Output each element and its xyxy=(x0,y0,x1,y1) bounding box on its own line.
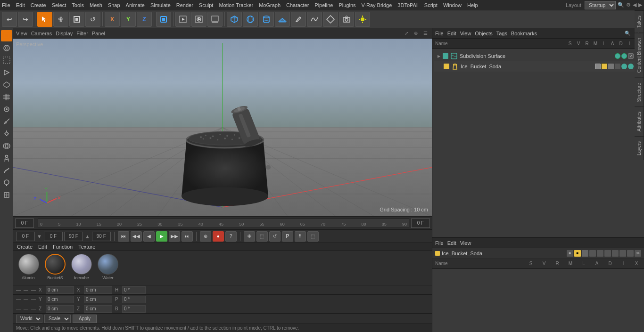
lock-icon-1[interactable]: ✓ xyxy=(628,53,634,59)
start-frame-input[interactable]: 0 F xyxy=(15,219,34,228)
mat-tag-4[interactable] xyxy=(615,64,620,69)
texture-mode-button[interactable] xyxy=(1,42,12,54)
sphere-button[interactable] xyxy=(243,12,258,27)
material-bucket[interactable]: BucketS xyxy=(43,254,67,282)
expand-icon[interactable]: ▶ xyxy=(436,53,442,59)
y-axis-button[interactable]: Y xyxy=(121,12,136,27)
vp-display-menu[interactable]: Display xyxy=(56,31,73,36)
menu-edit[interactable]: Edit xyxy=(16,2,25,8)
transform-mode-dropdown[interactable]: Scale xyxy=(44,315,71,323)
attr-file-menu[interactable]: File xyxy=(435,240,444,246)
vp-settings-icon[interactable]: ☰ xyxy=(421,30,429,37)
h-input[interactable]: 0 ° xyxy=(122,286,146,294)
attr-tag-icon-5[interactable] xyxy=(597,250,603,257)
dots-button[interactable]: ⠿ xyxy=(295,231,306,242)
mat-tag-3[interactable] xyxy=(608,64,614,69)
layout-dropdown[interactable]: Startup xyxy=(585,1,616,9)
help-button[interactable]: ? xyxy=(225,231,237,242)
solo-mode-button[interactable] xyxy=(1,67,12,78)
p-button[interactable]: P xyxy=(282,231,293,242)
vp-view-menu[interactable]: View xyxy=(16,31,27,36)
menu-sculpt[interactable]: Sculpt xyxy=(199,2,214,8)
deformer-button[interactable] xyxy=(323,12,338,27)
goto-end-button[interactable]: ⏭ xyxy=(182,231,193,242)
material-icecube[interactable]: Icecube xyxy=(70,254,93,282)
attr-tag-icon-8[interactable] xyxy=(619,250,626,257)
obj-subdivision-surface[interactable]: ▶ Subdivision Surface ✓ ... xyxy=(434,51,642,61)
render-toggle-2[interactable] xyxy=(628,64,634,69)
workplane-button[interactable] xyxy=(1,79,12,90)
plane-button[interactable] xyxy=(275,12,290,27)
move-tool-pb[interactable]: ✙ xyxy=(244,231,255,242)
menu-tools[interactable]: Tools xyxy=(72,2,84,8)
p-input[interactable]: 0 ° xyxy=(122,296,146,303)
z-size-input[interactable]: 0 cm xyxy=(84,305,112,313)
menu-mesh[interactable]: Mesh xyxy=(90,2,102,8)
vp-nav-icon[interactable]: ⊕ xyxy=(412,30,420,37)
takes-tab[interactable]: Takes xyxy=(635,10,644,32)
record-button[interactable]: ● xyxy=(213,231,224,242)
material-water[interactable]: Water xyxy=(96,254,120,282)
settings-icon[interactable]: ⚙ xyxy=(626,2,631,8)
play-reverse-button[interactable]: ◀ xyxy=(143,231,155,242)
attr-tag-icon-10[interactable]: ≫ xyxy=(635,250,641,257)
paint-button[interactable] xyxy=(1,177,12,188)
attr-tag-icon-7[interactable] xyxy=(612,250,619,257)
menu-simulate[interactable]: Simulate xyxy=(150,2,171,8)
select-tool-button[interactable] xyxy=(37,12,52,27)
picture-viewer-button[interactable] xyxy=(207,12,223,27)
attr-tag-icon-3[interactable] xyxy=(582,250,588,257)
menu-character[interactable]: Character xyxy=(286,2,309,8)
menu-script[interactable]: Script xyxy=(424,2,438,8)
menu-motion-tracker[interactable]: Motion Tracker xyxy=(219,2,253,8)
boole-button[interactable] xyxy=(1,140,12,152)
menu-pipeline[interactable]: Pipeline xyxy=(314,2,333,8)
next-frame-button[interactable]: ▶▶ xyxy=(169,231,180,242)
coord-system-dropdown[interactable]: World xyxy=(16,315,42,323)
camera-button[interactable] xyxy=(339,12,354,27)
menu-vray[interactable]: V-Ray Bridge xyxy=(362,2,392,8)
sculpt-button[interactable] xyxy=(1,165,12,176)
vp-cameras-menu[interactable]: Cameras xyxy=(31,31,52,36)
obj-bookmarks-menu[interactable]: Bookmarks xyxy=(511,31,537,36)
x-axis-button[interactable]: X xyxy=(105,12,120,27)
render-toggle-green-1[interactable] xyxy=(621,53,627,59)
search-icon[interactable]: 🔍 xyxy=(618,2,624,8)
mat-texture-menu[interactable]: Texture xyxy=(78,244,95,250)
menu-3dtoall[interactable]: 3DToPAll xyxy=(397,2,418,8)
move-tool-button[interactable]: ✙ xyxy=(53,12,68,27)
pen-tool-button[interactable] xyxy=(291,12,306,27)
character-button[interactable] xyxy=(1,153,12,164)
render-active-button[interactable] xyxy=(191,12,206,27)
timeline-ruler[interactable]: 0 5 10 15 20 25 30 35 40 45 50 55 60 65 … xyxy=(38,219,409,228)
menu-plugins[interactable]: Plugins xyxy=(339,2,355,8)
apply-button[interactable]: Apply xyxy=(73,315,97,323)
frame-right-input[interactable]: 0 F xyxy=(411,219,430,228)
selected-object-row[interactable]: Ice_Bucket_Soda ■ ■ ≫ xyxy=(432,248,644,259)
y-pos-input[interactable]: 0 cm xyxy=(46,296,74,303)
end-frame-display[interactable] xyxy=(64,232,83,241)
prev-frame-button[interactable]: ◀◀ xyxy=(131,231,142,242)
obj-objects-menu[interactable]: Objects xyxy=(475,31,492,36)
obj-file-menu[interactable]: File xyxy=(435,31,444,36)
render-region-button[interactable] xyxy=(175,12,190,27)
attributes-tab[interactable]: Attributes xyxy=(635,106,644,136)
x-pos-input[interactable]: 0 cm xyxy=(46,286,74,294)
layers-tab[interactable]: Layers xyxy=(635,136,644,160)
attr-view-menu[interactable]: View xyxy=(460,240,471,246)
obj-edit-menu[interactable]: Edit xyxy=(447,31,456,36)
rotate-tool-pb[interactable]: ↺ xyxy=(269,231,281,242)
arrow-right-icon[interactable]: ▶ xyxy=(638,2,642,8)
menu-render[interactable]: Render xyxy=(176,2,193,8)
start-frame-display[interactable] xyxy=(44,232,63,241)
current-frame-display[interactable] xyxy=(16,232,35,241)
scale-tool-pb[interactable]: ⬚ xyxy=(256,231,268,242)
attr-edit-menu[interactable]: Edit xyxy=(447,240,456,246)
attr-tag-icon-2[interactable]: ■ xyxy=(574,250,581,257)
goto-start-button[interactable]: ⏮ xyxy=(118,231,129,242)
mat-function-menu[interactable]: Function xyxy=(53,244,73,250)
obj-ice-bucket-soda[interactable]: Ice_Bucket_Soda xyxy=(434,61,642,72)
redo-button[interactable]: ↪ xyxy=(18,12,33,27)
rotate-tool-button[interactable]: ↺ xyxy=(85,12,100,27)
menu-create[interactable]: Create xyxy=(31,2,46,8)
